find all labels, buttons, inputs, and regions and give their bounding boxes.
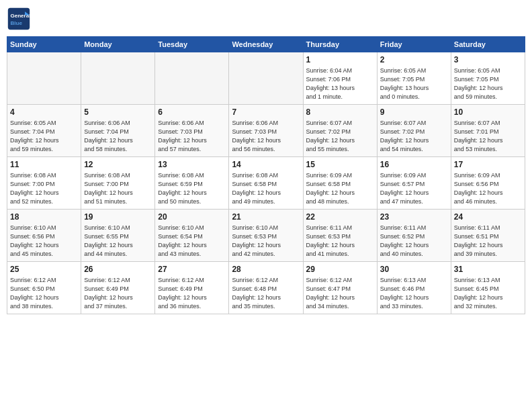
- day-number: 27: [158, 264, 226, 275]
- day-number: 7: [232, 107, 300, 118]
- day-number: 20: [158, 212, 226, 223]
- weekday-header-friday: Friday: [377, 37, 451, 52]
- day-cell-8: 8Sunrise: 6:07 AM Sunset: 7:02 PM Daylig…: [303, 105, 377, 157]
- day-cell-1: 1Sunrise: 6:04 AM Sunset: 7:06 PM Daylig…: [303, 52, 377, 105]
- day-number: 4: [10, 107, 78, 118]
- day-number: 25: [10, 264, 78, 275]
- day-number: 23: [380, 212, 448, 223]
- day-cell-10: 10Sunrise: 6:07 AM Sunset: 7:01 PM Dayli…: [451, 105, 525, 157]
- day-cell-30: 30Sunrise: 6:13 AM Sunset: 6:46 PM Dayli…: [377, 262, 451, 314]
- day-info: Sunrise: 6:13 AM Sunset: 6:45 PM Dayligh…: [454, 276, 522, 311]
- day-number: 21: [232, 212, 300, 223]
- day-cell-14: 14Sunrise: 6:08 AM Sunset: 6:58 PM Dayli…: [229, 157, 303, 210]
- svg-text:Blue: Blue: [10, 20, 22, 26]
- weekday-header-tuesday: Tuesday: [155, 37, 229, 52]
- day-cell-25: 25Sunrise: 6:12 AM Sunset: 6:50 PM Dayli…: [7, 262, 81, 314]
- weekday-header-thursday: Thursday: [303, 37, 377, 52]
- day-info: Sunrise: 6:07 AM Sunset: 7:02 PM Dayligh…: [380, 119, 448, 154]
- week-row-3: 11Sunrise: 6:08 AM Sunset: 7:00 PM Dayli…: [7, 157, 525, 210]
- day-number: 5: [84, 107, 152, 118]
- day-cell-19: 19Sunrise: 6:10 AM Sunset: 6:55 PM Dayli…: [81, 210, 155, 262]
- week-row-4: 18Sunrise: 6:10 AM Sunset: 6:56 PM Dayli…: [7, 210, 525, 262]
- day-cell-18: 18Sunrise: 6:10 AM Sunset: 6:56 PM Dayli…: [7, 210, 81, 262]
- day-number: 13: [158, 159, 226, 171]
- day-info: Sunrise: 6:09 AM Sunset: 6:58 PM Dayligh…: [306, 171, 374, 206]
- day-number: 14: [232, 159, 300, 171]
- day-cell-15: 15Sunrise: 6:09 AM Sunset: 6:58 PM Dayli…: [303, 157, 377, 210]
- day-info: Sunrise: 6:08 AM Sunset: 7:00 PM Dayligh…: [84, 171, 152, 206]
- day-cell-3: 3Sunrise: 6:05 AM Sunset: 7:05 PM Daylig…: [451, 52, 525, 105]
- week-row-1: 1Sunrise: 6:04 AM Sunset: 7:06 PM Daylig…: [7, 52, 525, 105]
- logo-icon: General Blue: [7, 7, 31, 31]
- day-cell-4: 4Sunrise: 6:05 AM Sunset: 7:04 PM Daylig…: [7, 105, 81, 157]
- day-number: 2: [380, 54, 448, 66]
- day-number: 29: [306, 264, 374, 275]
- day-cell-16: 16Sunrise: 6:09 AM Sunset: 6:57 PM Dayli…: [377, 157, 451, 210]
- day-number: 28: [232, 264, 300, 275]
- day-info: Sunrise: 6:10 AM Sunset: 6:53 PM Dayligh…: [232, 224, 300, 259]
- day-info: Sunrise: 6:09 AM Sunset: 6:57 PM Dayligh…: [380, 171, 448, 206]
- day-info: Sunrise: 6:08 AM Sunset: 7:00 PM Dayligh…: [10, 171, 78, 206]
- day-number: 1: [306, 54, 374, 66]
- day-cell-29: 29Sunrise: 6:12 AM Sunset: 6:47 PM Dayli…: [303, 262, 377, 314]
- day-info: Sunrise: 6:06 AM Sunset: 7:03 PM Dayligh…: [232, 119, 300, 154]
- day-cell-24: 24Sunrise: 6:11 AM Sunset: 6:51 PM Dayli…: [451, 210, 525, 262]
- weekday-header-saturday: Saturday: [451, 37, 525, 52]
- day-info: Sunrise: 6:09 AM Sunset: 6:56 PM Dayligh…: [454, 171, 522, 206]
- day-info: Sunrise: 6:10 AM Sunset: 6:54 PM Dayligh…: [158, 224, 226, 259]
- day-number: 31: [454, 264, 522, 275]
- day-info: Sunrise: 6:08 AM Sunset: 6:59 PM Dayligh…: [158, 171, 226, 206]
- day-cell-11: 11Sunrise: 6:08 AM Sunset: 7:00 PM Dayli…: [7, 157, 81, 210]
- day-info: Sunrise: 6:05 AM Sunset: 7:05 PM Dayligh…: [454, 66, 522, 101]
- page-header: General Blue: [7, 7, 525, 31]
- day-cell-5: 5Sunrise: 6:06 AM Sunset: 7:04 PM Daylig…: [81, 105, 155, 157]
- day-info: Sunrise: 6:05 AM Sunset: 7:05 PM Dayligh…: [380, 66, 448, 101]
- empty-cell: [229, 52, 303, 105]
- calendar-table: SundayMondayTuesdayWednesdayThursdayFrid…: [7, 36, 525, 314]
- day-number: 9: [380, 107, 448, 118]
- day-info: Sunrise: 6:10 AM Sunset: 6:55 PM Dayligh…: [84, 224, 152, 259]
- day-number: 8: [306, 107, 374, 118]
- day-info: Sunrise: 6:13 AM Sunset: 6:46 PM Dayligh…: [380, 276, 448, 311]
- day-info: Sunrise: 6:05 AM Sunset: 7:04 PM Dayligh…: [10, 119, 78, 154]
- day-cell-31: 31Sunrise: 6:13 AM Sunset: 6:45 PM Dayli…: [451, 262, 525, 314]
- day-number: 3: [454, 54, 522, 66]
- day-info: Sunrise: 6:06 AM Sunset: 7:03 PM Dayligh…: [158, 119, 226, 154]
- day-number: 30: [380, 264, 448, 275]
- week-row-2: 4Sunrise: 6:05 AM Sunset: 7:04 PM Daylig…: [7, 105, 525, 157]
- day-number: 24: [454, 212, 522, 223]
- day-info: Sunrise: 6:10 AM Sunset: 6:56 PM Dayligh…: [10, 224, 78, 259]
- week-row-5: 25Sunrise: 6:12 AM Sunset: 6:50 PM Dayli…: [7, 262, 525, 314]
- day-cell-6: 6Sunrise: 6:06 AM Sunset: 7:03 PM Daylig…: [155, 105, 229, 157]
- day-cell-28: 28Sunrise: 6:12 AM Sunset: 6:48 PM Dayli…: [229, 262, 303, 314]
- day-cell-12: 12Sunrise: 6:08 AM Sunset: 7:00 PM Dayli…: [81, 157, 155, 210]
- weekday-header-wednesday: Wednesday: [229, 37, 303, 52]
- day-info: Sunrise: 6:07 AM Sunset: 7:01 PM Dayligh…: [454, 119, 522, 154]
- weekday-header-row: SundayMondayTuesdayWednesdayThursdayFrid…: [7, 37, 525, 52]
- day-info: Sunrise: 6:12 AM Sunset: 6:50 PM Dayligh…: [10, 276, 78, 311]
- day-info: Sunrise: 6:12 AM Sunset: 6:47 PM Dayligh…: [306, 276, 374, 311]
- day-cell-2: 2Sunrise: 6:05 AM Sunset: 7:05 PM Daylig…: [377, 52, 451, 105]
- day-cell-17: 17Sunrise: 6:09 AM Sunset: 6:56 PM Dayli…: [451, 157, 525, 210]
- day-info: Sunrise: 6:07 AM Sunset: 7:02 PM Dayligh…: [306, 119, 374, 154]
- day-number: 16: [380, 159, 448, 171]
- day-cell-23: 23Sunrise: 6:11 AM Sunset: 6:52 PM Dayli…: [377, 210, 451, 262]
- weekday-header-sunday: Sunday: [7, 37, 81, 52]
- day-info: Sunrise: 6:04 AM Sunset: 7:06 PM Dayligh…: [306, 66, 374, 101]
- day-number: 12: [84, 159, 152, 171]
- day-info: Sunrise: 6:11 AM Sunset: 6:52 PM Dayligh…: [380, 224, 448, 259]
- day-info: Sunrise: 6:06 AM Sunset: 7:04 PM Dayligh…: [84, 119, 152, 154]
- day-cell-22: 22Sunrise: 6:11 AM Sunset: 6:53 PM Dayli…: [303, 210, 377, 262]
- day-number: 6: [158, 107, 226, 118]
- day-cell-26: 26Sunrise: 6:12 AM Sunset: 6:49 PM Dayli…: [81, 262, 155, 314]
- day-info: Sunrise: 6:12 AM Sunset: 6:48 PM Dayligh…: [232, 276, 300, 311]
- day-cell-9: 9Sunrise: 6:07 AM Sunset: 7:02 PM Daylig…: [377, 105, 451, 157]
- day-number: 15: [306, 159, 374, 171]
- logo: General Blue: [7, 7, 31, 31]
- day-cell-27: 27Sunrise: 6:12 AM Sunset: 6:49 PM Dayli…: [155, 262, 229, 314]
- day-number: 10: [454, 107, 522, 118]
- day-number: 22: [306, 212, 374, 223]
- day-info: Sunrise: 6:11 AM Sunset: 6:53 PM Dayligh…: [306, 224, 374, 259]
- day-number: 17: [454, 159, 522, 171]
- day-cell-7: 7Sunrise: 6:06 AM Sunset: 7:03 PM Daylig…: [229, 105, 303, 157]
